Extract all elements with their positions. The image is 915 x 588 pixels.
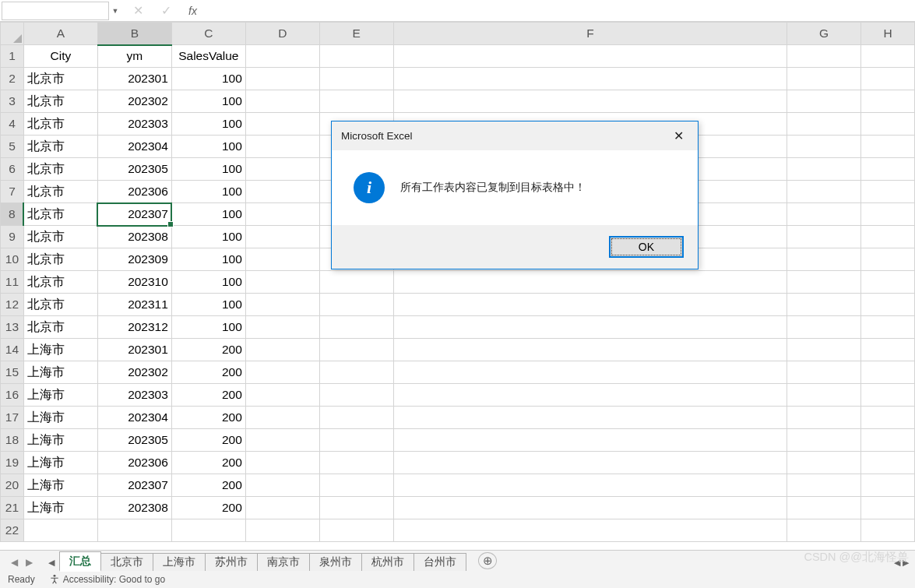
cell-B11[interactable]: 202310: [97, 271, 171, 294]
cell-B1[interactable]: ym: [97, 45, 171, 68]
cell-F19[interactable]: [393, 452, 787, 474]
row-header-3[interactable]: 3: [1, 90, 24, 113]
cell-C6[interactable]: 100: [171, 158, 245, 181]
cell-G4[interactable]: [787, 113, 861, 136]
cell-F18[interactable]: [393, 429, 787, 452]
cell-G12[interactable]: [787, 294, 861, 316]
cell-H6[interactable]: [861, 158, 915, 181]
cell-D11[interactable]: [245, 271, 319, 294]
cell-D16[interactable]: [245, 384, 319, 407]
cell-H9[interactable]: [861, 226, 915, 248]
row-header-7[interactable]: 7: [1, 181, 24, 203]
accessibility-status[interactable]: Accessibility: Good to go: [49, 574, 165, 585]
cell-B14[interactable]: 202301: [97, 339, 171, 361]
cell-F21[interactable]: [393, 497, 787, 519]
row-header-2[interactable]: 2: [1, 68, 24, 90]
cell-A11[interactable]: 北京市: [23, 271, 97, 294]
row-header-9[interactable]: 9: [1, 226, 24, 248]
cell-H17[interactable]: [861, 407, 915, 429]
row-header-16[interactable]: 16: [1, 384, 24, 407]
cell-C4[interactable]: 100: [171, 113, 245, 136]
cell-D4[interactable]: [245, 113, 319, 136]
cell-H18[interactable]: [861, 429, 915, 452]
cell-H19[interactable]: [861, 452, 915, 474]
cell-D9[interactable]: [245, 226, 319, 248]
cell-C14[interactable]: 200: [171, 339, 245, 361]
cell-C10[interactable]: 100: [171, 248, 245, 271]
cell-B7[interactable]: 202306: [97, 181, 171, 203]
row-header-1[interactable]: 1: [1, 45, 24, 68]
cell-H5[interactable]: [861, 136, 915, 158]
cell-C7[interactable]: 100: [171, 181, 245, 203]
sheet-nav-prev-icon[interactable]: ◀: [11, 557, 18, 568]
cell-H20[interactable]: [861, 474, 915, 497]
cell-G7[interactable]: [787, 181, 861, 203]
cell-G3[interactable]: [787, 90, 861, 113]
cell-B22[interactable]: [97, 519, 171, 542]
cell-F20[interactable]: [393, 474, 787, 497]
cell-F1[interactable]: [393, 45, 787, 68]
cell-A8[interactable]: 北京市: [23, 203, 97, 226]
spreadsheet-grid[interactable]: ABCDEFGH 1CityymSalesValue2北京市2023011003…: [0, 22, 915, 559]
cell-H2[interactable]: [861, 68, 915, 90]
cell-E17[interactable]: [319, 407, 393, 429]
cell-F14[interactable]: [393, 339, 787, 361]
cell-B4[interactable]: 202303: [97, 113, 171, 136]
cell-F15[interactable]: [393, 361, 787, 384]
cell-E20[interactable]: [319, 474, 393, 497]
cell-D18[interactable]: [245, 429, 319, 452]
cell-H4[interactable]: [861, 113, 915, 136]
cell-F16[interactable]: [393, 384, 787, 407]
cell-F12[interactable]: [393, 294, 787, 316]
cell-G1[interactable]: [787, 45, 861, 68]
cell-G16[interactable]: [787, 384, 861, 407]
dialog-titlebar[interactable]: Microsoft Excel ✕: [332, 121, 698, 150]
cell-B12[interactable]: 202311: [97, 294, 171, 316]
cell-D1[interactable]: [245, 45, 319, 68]
cell-A2[interactable]: 北京市: [23, 68, 97, 90]
new-sheet-button[interactable]: ⊕: [478, 552, 497, 569]
cell-B16[interactable]: 202303: [97, 384, 171, 407]
cell-A5[interactable]: 北京市: [23, 136, 97, 158]
cell-A16[interactable]: 上海市: [23, 384, 97, 407]
column-header-A[interactable]: A: [23, 23, 97, 45]
cell-D2[interactable]: [245, 68, 319, 90]
cell-B9[interactable]: 202308: [97, 226, 171, 248]
cell-H10[interactable]: [861, 248, 915, 271]
sheet-tab-3[interactable]: 苏州市: [205, 553, 258, 571]
row-header-12[interactable]: 12: [1, 294, 24, 316]
cell-C13[interactable]: 100: [171, 316, 245, 339]
cell-B13[interactable]: 202312: [97, 316, 171, 339]
cell-D12[interactable]: [245, 294, 319, 316]
cell-A1[interactable]: City: [23, 45, 97, 68]
cell-G10[interactable]: [787, 248, 861, 271]
dialog-close-icon[interactable]: ✕: [669, 129, 688, 143]
cell-D3[interactable]: [245, 90, 319, 113]
cell-G8[interactable]: [787, 203, 861, 226]
cell-D7[interactable]: [245, 181, 319, 203]
cell-H22[interactable]: [861, 519, 915, 542]
column-header-H[interactable]: H: [861, 23, 915, 45]
row-header-11[interactable]: 11: [1, 271, 24, 294]
cell-H12[interactable]: [861, 294, 915, 316]
cell-H7[interactable]: [861, 181, 915, 203]
sheet-tab-4[interactable]: 南京市: [257, 553, 310, 571]
cell-C8[interactable]: 100: [171, 203, 245, 226]
cell-C21[interactable]: 200: [171, 497, 245, 519]
cell-G22[interactable]: [787, 519, 861, 542]
dialog-ok-button[interactable]: OK: [609, 236, 684, 258]
sheet-tab-2[interactable]: 上海市: [153, 553, 206, 571]
cell-D8[interactable]: [245, 203, 319, 226]
cell-D10[interactable]: [245, 248, 319, 271]
row-header-14[interactable]: 14: [1, 339, 24, 361]
cell-D13[interactable]: [245, 316, 319, 339]
cell-D6[interactable]: [245, 158, 319, 181]
row-header-20[interactable]: 20: [1, 474, 24, 497]
cell-E13[interactable]: [319, 316, 393, 339]
column-header-G[interactable]: G: [787, 23, 861, 45]
cell-E14[interactable]: [319, 339, 393, 361]
cell-B15[interactable]: 202302: [97, 361, 171, 384]
cell-A7[interactable]: 北京市: [23, 181, 97, 203]
cell-G20[interactable]: [787, 474, 861, 497]
sheet-tab-0[interactable]: 汇总: [59, 551, 101, 572]
